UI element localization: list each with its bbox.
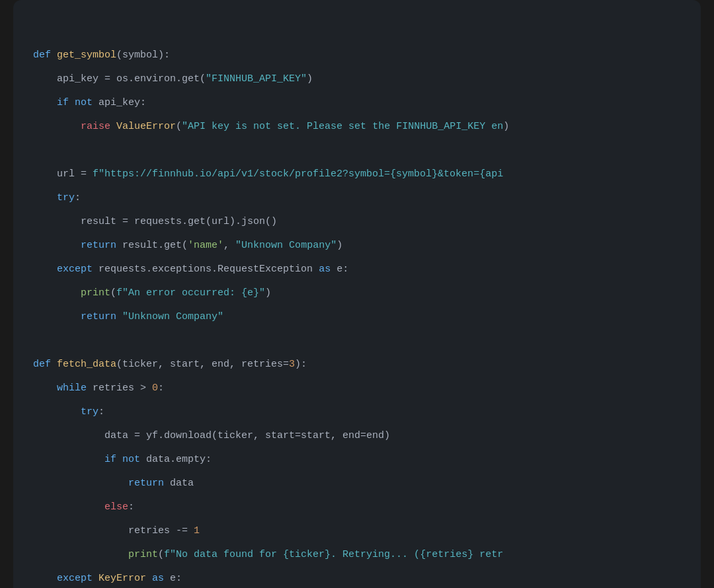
code-window: def get_symbol(symbol): api_key = os.env…	[13, 0, 701, 588]
code-content: def get_symbol(symbol): api_key = os.env…	[33, 20, 681, 588]
